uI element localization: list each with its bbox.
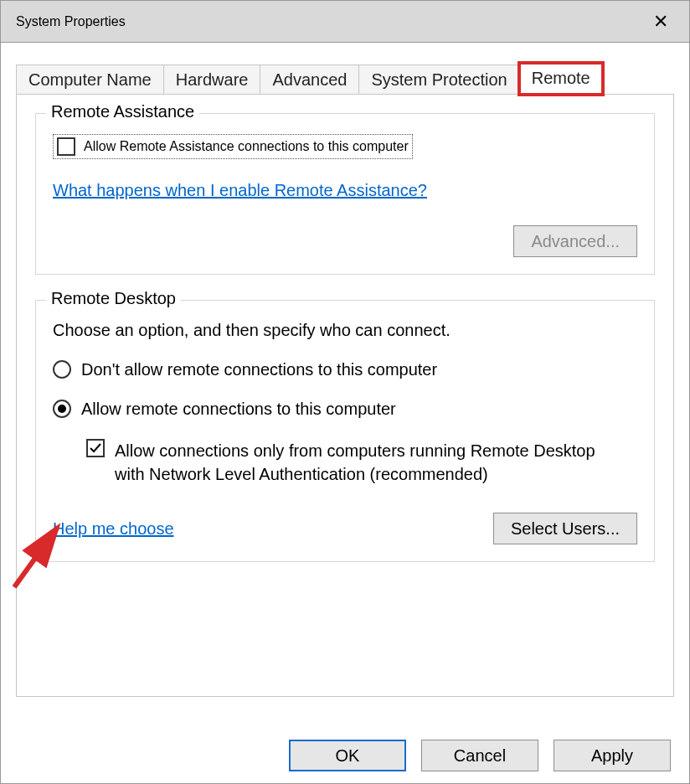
nla-checkbox-row[interactable]: Allow connections only from computers ru… [86,439,637,486]
allow-ra-checkbox[interactable] [57,137,75,156]
allow-ra-label: Allow Remote Assistance connections to t… [84,139,409,154]
ra-advanced-button: Advanced... [513,225,637,257]
radio-allow[interactable] [53,400,71,418]
allow-ra-focus: Allow Remote Assistance connections to t… [53,134,413,159]
dialog-button-row: OK Cancel Apply [289,740,671,771]
rd-instruction: Choose an option, and then specify who c… [53,321,637,340]
ok-button[interactable]: OK [289,740,406,771]
tab-advanced[interactable]: Advanced [260,64,359,95]
nla-label: Allow connections only from computers ru… [115,439,617,486]
rd-help-link[interactable]: Help me choose [53,519,174,539]
tab-panel-remote: Remote Assistance Allow Remote Assistanc… [16,94,674,697]
tab-system-protection[interactable]: System Protection [358,64,519,95]
radio-allow-row[interactable]: Allow remote connections to this compute… [53,400,637,419]
select-users-button[interactable]: Select Users... [493,513,637,544]
legend-remote-desktop: Remote Desktop [46,289,181,308]
legend-remote-assistance: Remote Assistance [46,102,199,121]
apply-button[interactable]: Apply [554,740,671,771]
group-remote-assistance: Remote Assistance Allow Remote Assistanc… [35,113,655,275]
cancel-button[interactable]: Cancel [421,740,538,771]
titlebar: System Properties ✕ [1,1,689,43]
radio-dont-allow-row[interactable]: Don't allow remote connections to this c… [53,360,637,379]
window-title: System Properties [16,14,126,29]
nla-checkbox[interactable] [86,439,105,457]
radio-dont-allow-label: Don't allow remote connections to this c… [81,360,437,379]
radio-dont-allow[interactable] [53,360,71,379]
tab-remote[interactable]: Remote [519,63,603,95]
check-icon [89,441,102,455]
ra-help-link[interactable]: What happens when I enable Remote Assist… [53,181,427,199]
group-remote-desktop: Remote Desktop Choose an option, and the… [35,300,655,562]
close-button[interactable]: ✕ [644,5,677,39]
tab-strip: Computer Name Hardware Advanced System P… [16,58,674,95]
tab-computer-name[interactable]: Computer Name [16,64,164,95]
radio-allow-label: Allow remote connections to this compute… [81,400,396,419]
client-area: Computer Name Hardware Advanced System P… [1,43,689,707]
tab-hardware[interactable]: Hardware [163,64,261,95]
